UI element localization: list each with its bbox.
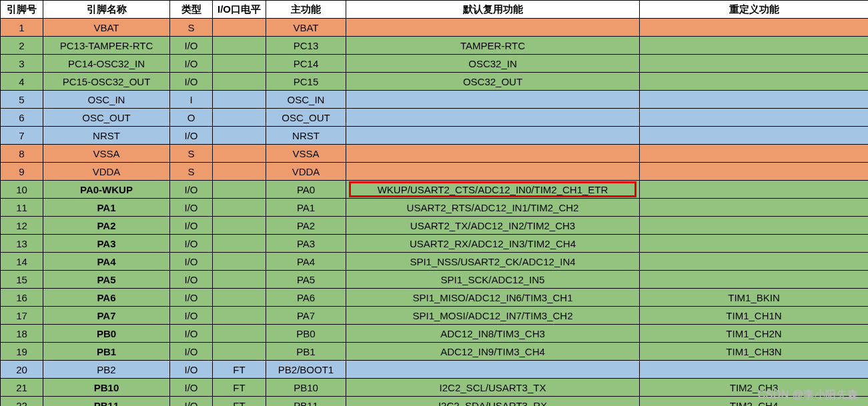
cell-type: I/O bbox=[170, 199, 213, 217]
cell-main-func: OSC_IN bbox=[266, 91, 346, 109]
cell-pin-name: PC14-OSC32_IN bbox=[43, 55, 170, 73]
table-row: 22PB11I/OFTPB11I2C2_SDA/USART3_RXTIM2_CH… bbox=[1, 397, 869, 407]
cell-main-func: VSSA bbox=[266, 145, 346, 163]
cell-io-level bbox=[213, 217, 266, 235]
header-redef-func: 重定义功能 bbox=[640, 1, 869, 19]
cell-type: I/O bbox=[170, 307, 213, 325]
cell-pin-number: 5 bbox=[1, 91, 43, 109]
table-row: 12PA2I/OPA2USART2_TX/ADC12_IN2/TIM2_CH3 bbox=[1, 217, 869, 235]
cell-alt-func: ADC12_IN8/TIM3_CH3 bbox=[346, 325, 640, 343]
cell-io-level bbox=[213, 91, 266, 109]
cell-main-func: OSC_OUT bbox=[266, 109, 346, 127]
table-row: 7NRSTI/ONRST bbox=[1, 127, 869, 145]
cell-pin-number: 4 bbox=[1, 73, 43, 91]
cell-pin-number: 2 bbox=[1, 37, 43, 55]
cell-type: I/O bbox=[170, 271, 213, 289]
cell-alt-func bbox=[346, 163, 640, 181]
cell-pin-name: PA0-WKUP bbox=[43, 181, 170, 199]
cell-main-func: PB2/BOOT1 bbox=[266, 361, 346, 379]
cell-alt-func: SPI1_MISO/ADC12_IN6/TIM3_CH1 bbox=[346, 289, 640, 307]
table-row: 10PA0-WKUPI/OPA0WKUP/USART2_CTS/ADC12_IN… bbox=[1, 181, 869, 199]
header-alt-func: 默认复用功能 bbox=[346, 1, 640, 19]
table-row: 8VSSASVSSA bbox=[1, 145, 869, 163]
table-row: 19PB1I/OPB1ADC12_IN9/TIM3_CH4TIM1_CH3N bbox=[1, 343, 869, 361]
table-row: 20PB2I/OFTPB2/BOOT1 bbox=[1, 361, 869, 379]
cell-pin-name: PA1 bbox=[43, 199, 170, 217]
cell-redef-func: TIM1_CH2N bbox=[640, 325, 869, 343]
cell-pin-name: PB10 bbox=[43, 379, 170, 397]
cell-pin-number: 16 bbox=[1, 289, 43, 307]
cell-redef-func: TIM2_CH3 bbox=[640, 379, 869, 397]
cell-redef-func bbox=[640, 271, 869, 289]
cell-pin-number: 22 bbox=[1, 397, 43, 407]
table-row: 1VBATSVBAT bbox=[1, 19, 869, 37]
cell-io-level bbox=[213, 181, 266, 199]
cell-io-level bbox=[213, 37, 266, 55]
table-row: 21PB10I/OFTPB10I2C2_SCL/USART3_TXTIM2_CH… bbox=[1, 379, 869, 397]
cell-io-level bbox=[213, 19, 266, 37]
cell-alt-func: USART2_RTS/ADC12_IN1/TIM2_CH2 bbox=[346, 199, 640, 217]
cell-type: I/O bbox=[170, 235, 213, 253]
cell-alt-func: SPI1_MOSI/ADC12_IN7/TIM3_CH2 bbox=[346, 307, 640, 325]
cell-main-func: PB1 bbox=[266, 343, 346, 361]
table-row: 17PA7I/OPA7SPI1_MOSI/ADC12_IN7/TIM3_CH2T… bbox=[1, 307, 869, 325]
cell-io-level bbox=[213, 127, 266, 145]
cell-pin-number: 18 bbox=[1, 325, 43, 343]
cell-type: I/O bbox=[170, 289, 213, 307]
cell-pin-name: PB11 bbox=[43, 397, 170, 407]
cell-io-level bbox=[213, 343, 266, 361]
cell-pin-name: PB1 bbox=[43, 343, 170, 361]
cell-pin-number: 10 bbox=[1, 181, 43, 199]
header-pin-name: 引脚名称 bbox=[43, 1, 170, 19]
cell-redef-func bbox=[640, 253, 869, 271]
cell-redef-func: TIM2_CH4 bbox=[640, 397, 869, 407]
cell-redef-func: TIM1_BKIN bbox=[640, 289, 869, 307]
cell-type: O bbox=[170, 109, 213, 127]
cell-io-level bbox=[213, 163, 266, 181]
cell-type: I bbox=[170, 91, 213, 109]
cell-pin-name: VBAT bbox=[43, 19, 170, 37]
cell-pin-name: PC13-TAMPER-RTC bbox=[43, 37, 170, 55]
cell-alt-func bbox=[346, 361, 640, 379]
highlight-box bbox=[349, 181, 636, 197]
cell-type: I/O bbox=[170, 253, 213, 271]
cell-io-level bbox=[213, 109, 266, 127]
cell-pin-name: VSSA bbox=[43, 145, 170, 163]
table-row: 11PA1I/OPA1USART2_RTS/ADC12_IN1/TIM2_CH2 bbox=[1, 199, 869, 217]
cell-pin-number: 1 bbox=[1, 19, 43, 37]
cell-main-func: VBAT bbox=[266, 19, 346, 37]
header-io-level: I/O口电平 bbox=[213, 1, 266, 19]
cell-main-func: PA1 bbox=[266, 199, 346, 217]
cell-pin-name: OSC_OUT bbox=[43, 109, 170, 127]
cell-pin-name: PC15-OSC32_OUT bbox=[43, 73, 170, 91]
cell-redef-func bbox=[640, 127, 869, 145]
cell-alt-func bbox=[346, 19, 640, 37]
cell-redef-func bbox=[640, 109, 869, 127]
cell-redef-func: TIM1_CH3N bbox=[640, 343, 869, 361]
table-row: 2PC13-TAMPER-RTCI/OPC13TAMPER-RTC bbox=[1, 37, 869, 55]
header-main-func: 主功能 bbox=[266, 1, 346, 19]
cell-alt-func bbox=[346, 127, 640, 145]
cell-main-func: PA0 bbox=[266, 181, 346, 199]
cell-type: I/O bbox=[170, 343, 213, 361]
cell-redef-func bbox=[640, 73, 869, 91]
cell-alt-func: SPI1_SCK/ADC12_IN5 bbox=[346, 271, 640, 289]
cell-redef-func bbox=[640, 199, 869, 217]
cell-pin-number: 9 bbox=[1, 163, 43, 181]
header-pin-number: 引脚号 bbox=[1, 1, 43, 19]
table-row: 15PA5I/OPA5SPI1_SCK/ADC12_IN5 bbox=[1, 271, 869, 289]
cell-io-level bbox=[213, 73, 266, 91]
cell-pin-number: 17 bbox=[1, 307, 43, 325]
table-row: 9VDDASVDDA bbox=[1, 163, 869, 181]
cell-type: I/O bbox=[170, 217, 213, 235]
cell-type: I/O bbox=[170, 379, 213, 397]
cell-pin-number: 12 bbox=[1, 217, 43, 235]
cell-io-level bbox=[213, 271, 266, 289]
cell-io-level bbox=[213, 253, 266, 271]
cell-alt-func: OSC32_OUT bbox=[346, 73, 640, 91]
cell-main-func: PB0 bbox=[266, 325, 346, 343]
cell-main-func: PC14 bbox=[266, 55, 346, 73]
cell-type: I/O bbox=[170, 361, 213, 379]
cell-io-level bbox=[213, 325, 266, 343]
pin-table: 引脚号 引脚名称 类型 I/O口电平 主功能 默认复用功能 重定义功能 1VBA… bbox=[0, 0, 868, 406]
